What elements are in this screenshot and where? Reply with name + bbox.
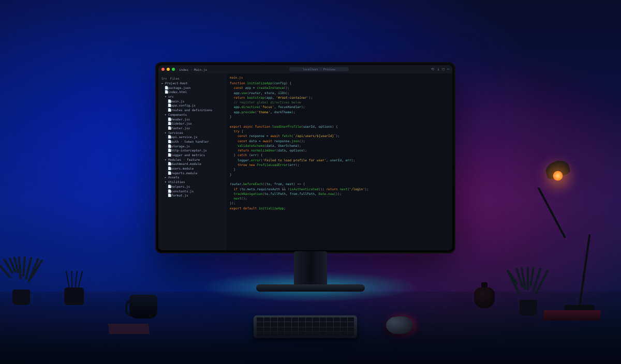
file-item[interactable]: 📄dashboard.module xyxy=(161,162,226,166)
minimize-icon[interactable] xyxy=(167,68,170,71)
folder-item[interactable]: ▾Components xyxy=(161,113,226,117)
folder-item[interactable]: ▸Assets xyxy=(161,175,226,180)
file-item[interactable]: 📄auth · token handler xyxy=(161,140,226,144)
mouse xyxy=(386,316,413,334)
file-item[interactable]: 📄Sidebar.jsx xyxy=(161,122,226,126)
folder-item[interactable]: ▸Project-Root xyxy=(161,81,226,86)
toolbar-icon[interactable]: ⋯ xyxy=(447,67,449,71)
file-item[interactable]: 📄constants.js xyxy=(161,189,226,194)
file-item[interactable]: 📄Header.jsx xyxy=(161,117,226,122)
file-item[interactable]: 📄reports.module xyxy=(161,171,226,176)
desk-lamp xyxy=(543,160,611,310)
toolbar-center: localhost · Preview xyxy=(209,67,428,71)
maximize-icon[interactable] xyxy=(172,68,175,71)
file-item[interactable]: 📄format.js xyxy=(161,193,226,198)
file-item[interactable]: 📄index.html xyxy=(161,90,226,95)
sticky-note xyxy=(108,324,150,334)
plant-right xyxy=(512,264,543,315)
file-explorer[interactable]: SrcFiles ▸Project-Root📄package.json📄inde… xyxy=(158,73,227,250)
code-content[interactable]: function initializeApp(config) { const a… xyxy=(230,81,449,210)
file-item[interactable]: 📄logger and metrics xyxy=(161,153,226,158)
titlebar: index · Main.js localhost · Preview ⟲⤓▢⋯ xyxy=(158,65,452,73)
small-vase xyxy=(474,279,495,308)
file-item[interactable]: 📄api.service.js xyxy=(161,135,226,140)
file-item[interactable]: 📄Footer.jsx xyxy=(161,126,226,131)
editor-body: SrcFiles ▸Project-Root📄package.json📄inde… xyxy=(158,73,452,250)
folder-item[interactable]: ▾Modules · feature xyxy=(161,158,226,162)
folder-item[interactable]: ▾src xyxy=(161,95,226,99)
monitor: index · Main.js localhost · Preview ⟲⤓▢⋯… xyxy=(155,62,455,253)
folder-item[interactable]: ▾Services xyxy=(161,131,226,135)
window-title: index · Main.js xyxy=(179,68,207,71)
file-item[interactable]: 📄package.json xyxy=(161,86,226,90)
coffee-mug xyxy=(125,291,162,322)
toolbar-actions: ⟲⤓▢⋯ xyxy=(431,67,449,71)
code-editor-window: index · Main.js localhost · Preview ⟲⤓▢⋯… xyxy=(158,65,452,250)
pencil-jar xyxy=(64,279,84,305)
lamp-bulb-icon xyxy=(553,171,563,181)
book xyxy=(543,310,601,321)
monitor-foot xyxy=(256,284,365,292)
toolbar-icon[interactable]: ⤓ xyxy=(437,67,440,71)
toolbar-icon[interactable]: ⟲ xyxy=(431,67,434,71)
plant-left xyxy=(5,253,36,305)
folder-item[interactable]: ▾Utilities xyxy=(161,180,226,185)
explorer-tab[interactable]: Files xyxy=(170,77,180,80)
file-item[interactable]: 📄app.config.js xyxy=(161,103,226,108)
explorer-tab[interactable]: Src xyxy=(161,77,167,80)
keyboard xyxy=(254,315,357,338)
file-item[interactable]: 📄routes and definitions xyxy=(161,108,226,113)
file-item[interactable]: 📄users.module xyxy=(161,166,226,171)
address-pill[interactable]: localhost · Preview xyxy=(289,67,349,71)
toolbar-icon[interactable]: ▢ xyxy=(442,67,445,71)
file-item[interactable]: 📄storage.js xyxy=(161,144,226,149)
file-item[interactable]: 📄main.js xyxy=(161,99,226,104)
screen: index · Main.js localhost · Preview ⟲⤓▢⋯… xyxy=(158,65,452,250)
close-icon[interactable] xyxy=(161,68,165,71)
scene-room: index · Main.js localhost · Preview ⟲⤓▢⋯… xyxy=(0,0,621,364)
file-item[interactable]: 📄http-interceptor.js xyxy=(161,148,226,153)
monitor-stand xyxy=(294,251,327,287)
editor-tab[interactable]: main.js xyxy=(230,75,449,79)
file-item[interactable]: 📄helpers.js xyxy=(161,185,226,189)
explorer-tabs: SrcFiles xyxy=(159,75,226,81)
file-tree: ▸Project-Root📄package.json📄index.html▾sr… xyxy=(159,81,226,198)
code-pane[interactable]: main.js function initializeApp(config) {… xyxy=(227,73,452,250)
